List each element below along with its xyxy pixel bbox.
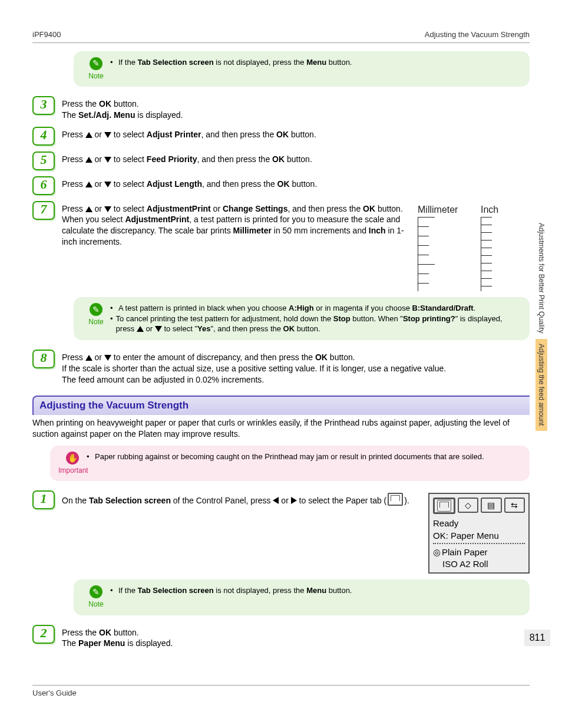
step-number: 8 xyxy=(32,350,55,368)
side-tabs: Adjustments for Better Print Quality Adj… xyxy=(535,218,547,432)
side-tab-chapter: Adjustments for Better Print Quality xyxy=(535,218,547,338)
step-body: Press or to select Feed Priority, and th… xyxy=(62,151,530,170)
up-arrow-icon xyxy=(85,355,92,361)
note-tab-selection-2: ✎ Note • If the Tab Selection screen is … xyxy=(74,579,530,615)
important-label: Important xyxy=(58,466,87,475)
scale-illustration: Millimeter Inch xyxy=(418,203,530,292)
down-arrow-icon xyxy=(155,326,162,332)
step-number: 4 xyxy=(32,127,55,146)
lcd-line-ready: Ready xyxy=(433,518,525,529)
s2-step-2: 2 Press the OK button. The Paper Menu is… xyxy=(32,625,530,650)
section-intro: When printing on heavyweight paper or pa… xyxy=(32,417,530,440)
lcd-tab-paper-icon xyxy=(433,498,455,514)
note-line-2: To cancel printing the test pattern for … xyxy=(116,314,521,334)
up-arrow-icon xyxy=(137,326,144,332)
pencil-note-icon: ✎ xyxy=(90,303,103,316)
step-number: 5 xyxy=(32,151,55,170)
note-test-pattern: ✎ Note • A test pattern is printed in bl… xyxy=(74,297,530,340)
lcd-line-ok: OK: Paper Menu xyxy=(433,530,525,542)
down-arrow-icon xyxy=(104,132,111,138)
down-arrow-icon xyxy=(104,182,111,187)
step-number: 7 xyxy=(32,201,55,220)
left-arrow-icon xyxy=(273,497,279,504)
important-text: Paper rubbing against or becoming caught… xyxy=(95,452,484,462)
header-model: iPF9400 xyxy=(32,29,61,40)
page-number: 811 xyxy=(524,630,550,646)
up-arrow-icon xyxy=(85,132,92,138)
step-number: 3 xyxy=(32,96,55,115)
lcd-tab-settings-icon: ⇆ xyxy=(504,498,525,513)
pencil-note-icon: ✎ xyxy=(90,57,103,70)
step-3: 3 Press the OK button. The Set./Adj. Men… xyxy=(32,96,530,121)
important-printhead: ✋ Important • Paper rubbing against or b… xyxy=(50,446,530,481)
up-arrow-icon xyxy=(85,157,92,163)
lcd-line-size: ISO A2 Roll xyxy=(433,558,525,570)
note-line-1: A test pattern is printed in black when … xyxy=(118,303,475,314)
scale-inch-label: Inch xyxy=(481,203,530,216)
step-number: 1 xyxy=(32,490,55,509)
side-tab-section: Adjusting the feed amount xyxy=(535,339,547,430)
right-arrow-icon xyxy=(291,497,297,504)
mm-axis xyxy=(418,217,467,291)
footer-guide: User's Guide xyxy=(32,689,77,697)
step-body: Press or to select Adjust Printer, and t… xyxy=(62,127,530,146)
pencil-note-icon: ✎ xyxy=(90,585,103,598)
step-body: Press the OK button. The Set./Adj. Menu … xyxy=(62,96,530,121)
step-body: Press the OK button. The Paper Menu is d… xyxy=(62,625,530,650)
note-label: Note xyxy=(82,71,110,81)
step-6: 6 Press or to select Adjust Length, and … xyxy=(32,176,530,195)
step-5: 5 Press or to select Feed Priority, and … xyxy=(32,151,530,170)
lcd-tab-job-icon: ▤ xyxy=(481,498,502,513)
up-arrow-icon xyxy=(85,182,92,187)
step-number: 6 xyxy=(32,176,55,195)
up-arrow-icon xyxy=(85,206,92,212)
section-heading-vacuum: Adjusting the Vacuum Strength xyxy=(32,396,530,415)
note-text: If the Tab Selection screen is not displ… xyxy=(118,585,352,596)
note-text: If the Tab Selection screen is not displ… xyxy=(118,57,352,68)
lcd-line-media: Plain Paper xyxy=(433,546,525,558)
step-body: Press or to select AdjustmentPrint or Ch… xyxy=(62,201,530,292)
hand-important-icon: ✋ xyxy=(66,452,79,465)
down-arrow-icon xyxy=(104,355,111,361)
note-tab-selection-1: ✎ Note • If the Tab Selection screen is … xyxy=(74,51,530,87)
step-7: 7 Press or to select AdjustmentPrint or … xyxy=(32,201,530,292)
step-body: Press or to select Adjust Length, and th… xyxy=(62,176,530,195)
step-number: 2 xyxy=(32,625,55,644)
control-panel-illustration: ◇ ▤ ⇆ Ready OK: Paper Menu Plain Paper I… xyxy=(428,493,530,574)
step-4: 4 Press or to select Adjust Printer, and… xyxy=(32,127,530,146)
header-section: Adjusting the Vacuum Strength xyxy=(425,29,530,40)
lcd-tab-ink-icon: ◇ xyxy=(458,498,479,513)
inch-axis xyxy=(481,217,530,291)
step-8: 8 Press or to enter the amount of discre… xyxy=(32,350,530,386)
step-body: On the Tab Selection screen of the Contr… xyxy=(62,490,530,574)
paper-tab-icon xyxy=(388,493,403,506)
down-arrow-icon xyxy=(104,206,111,212)
page-header: iPF9400 Adjusting the Vacuum Strength xyxy=(32,29,530,43)
scale-mm-label: Millimeter xyxy=(418,203,467,216)
s2-step-1: 1 On the Tab Selection screen of the Con… xyxy=(32,490,530,574)
down-arrow-icon xyxy=(104,157,111,163)
page-footer: User's Guide xyxy=(32,685,530,699)
document-page: iPF9400 Adjusting the Vacuum Strength Ad… xyxy=(0,0,562,728)
step-body: Press or to enter the amount of discrepa… xyxy=(62,350,530,386)
note-label: Note xyxy=(82,599,110,609)
note-label: Note xyxy=(82,317,110,327)
